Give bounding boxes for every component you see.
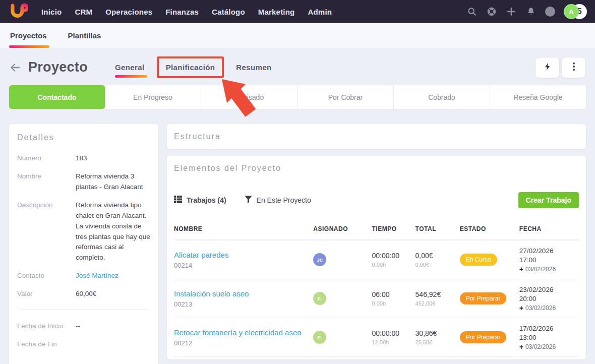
active-tab-underline — [9, 45, 49, 48]
detail-row-descripcion: Descripción Reforma vivienda tipo chalet… — [17, 200, 150, 264]
account-avatars[interactable]: 5 A — [564, 4, 587, 19]
work-code: 00212 — [174, 339, 311, 347]
detail-row-nombre: Nombre Reforma vivienda 3 plantas - Gran… — [17, 171, 150, 193]
tab-plantillas-label: Plantillas — [68, 31, 101, 40]
due-date: 23/02/2026 — [519, 285, 577, 294]
col-header-nombre[interactable]: NOMBRE — [174, 220, 313, 240]
nav-item-marketing[interactable]: Marketing — [258, 8, 295, 16]
plus-icon: + — [519, 266, 523, 273]
divider — [18, 310, 149, 310]
plus-icon: + — [519, 305, 523, 312]
estructura-title: Estructura — [174, 132, 221, 141]
nav-item-crm[interactable]: CRM — [75, 8, 92, 16]
tab-proyectos[interactable]: Proyectos — [9, 24, 48, 48]
table-header-row: NOMBRE ASIGNADO TIEMPO TOTAL ESTADO FECH… — [174, 220, 579, 240]
stage-cobrado[interactable]: Cobrado — [394, 85, 490, 109]
nav-item-inicio[interactable]: Inicio — [41, 8, 62, 16]
crear-trabajo-button[interactable]: Crear Trabajo — [518, 192, 579, 208]
stage-por-cobrar[interactable]: Por Cobrar — [298, 85, 394, 109]
page-body: Proyecto General Planificación Resumen — [0, 48, 595, 364]
detail-label: Contacto — [17, 271, 76, 281]
total-sub-value: 25,50€ — [415, 339, 458, 345]
detail-value: -- — [76, 321, 80, 332]
col-header-tiempo[interactable]: TIEMPO — [372, 220, 415, 240]
tab-general[interactable]: General — [108, 57, 152, 77]
stage-contactado[interactable]: Contactado — [9, 85, 105, 109]
stage-resena-google[interactable]: Reseña Google — [490, 85, 586, 109]
quick-actions-button[interactable] — [535, 57, 560, 78]
col-header-fecha[interactable]: FECHA — [519, 220, 579, 240]
estructura-panel[interactable]: Estructura — [167, 124, 586, 149]
elementos-toolbar: Trabajos (4) En Este Proyecto Crear Trab… — [174, 192, 579, 208]
nav-item-operaciones[interactable]: Operaciones — [105, 8, 152, 16]
header-action-buttons — [535, 57, 586, 78]
total-sub-value: 0,00€ — [415, 262, 458, 268]
assignee-avatar[interactable]: JC — [313, 253, 326, 266]
back-arrow-icon[interactable] — [9, 62, 21, 74]
stage-en-progreso[interactable]: En Progreso — [105, 85, 201, 109]
contact-link[interactable]: José Martínez — [76, 271, 118, 281]
col-header-total[interactable]: TOTAL — [415, 220, 460, 240]
table-row: Instalación suelo aseo 00213 F- 06:00 0.… — [174, 279, 579, 318]
time-sub-value: 12.00h — [372, 339, 413, 345]
detail-row-valor: Valor 60,00€ — [17, 289, 150, 299]
add-plus-icon[interactable] — [506, 6, 517, 17]
detail-label: Número — [17, 153, 76, 164]
table-row: Alicatar paredes 00214 JC 00:00:00 0.00h… — [174, 240, 579, 279]
col-header-asignado[interactable]: ASIGNADO — [313, 220, 372, 240]
assignee-avatar[interactable]: F- — [313, 331, 326, 344]
detail-value: Reforma vivienda tipo chalet en Gran Ala… — [76, 200, 150, 264]
plus-icon: + — [519, 343, 523, 350]
search-icon[interactable] — [466, 6, 478, 17]
assignee-avatar[interactable]: F- — [313, 292, 326, 305]
detail-label: Fecha de Fin — [17, 339, 76, 350]
page-header: Proyecto General Planificación Resumen — [0, 48, 595, 83]
lightning-bolt-icon — [543, 62, 552, 73]
topbar-actions: 5 A — [466, 4, 587, 19]
tab-planificacion[interactable]: Planificación — [157, 56, 224, 78]
due-time: 17:00 — [519, 256, 577, 265]
tab-plantillas[interactable]: Plantillas — [67, 24, 102, 48]
nav-item-finanzas[interactable]: Finanzas — [165, 8, 199, 16]
tab-trabajos-label: Trabajos (4) — [187, 196, 226, 204]
time-sub-value: 0.00h — [372, 300, 413, 307]
stage-revisado[interactable]: Revisado — [201, 85, 298, 109]
secondary-avatar[interactable] — [545, 7, 555, 17]
due-date: 27/02/2026 — [519, 247, 577, 256]
filter-en-este-proyecto[interactable]: En Este Proyecto — [245, 196, 311, 205]
work-name-link[interactable]: Alicatar paredes — [174, 250, 311, 260]
help-lifebuoy-icon[interactable] — [486, 6, 497, 17]
funnel-filter-icon — [245, 196, 252, 205]
tab-trabajos[interactable]: Trabajos (4) — [174, 196, 226, 205]
more-options-button[interactable] — [561, 57, 586, 78]
work-code: 00214 — [174, 262, 311, 269]
notifications-bell-icon[interactable] — [525, 6, 537, 17]
work-name-link[interactable]: Instalación suelo aseo — [174, 289, 311, 299]
total-value: 546,92€ — [415, 290, 458, 298]
detail-label: Valor — [17, 289, 76, 299]
status-badge[interactable]: Por Preparar — [460, 292, 507, 305]
detail-row-numero: Número 183 — [17, 153, 150, 164]
details-panel: Detalles Número 183 Nombre Reforma vivie… — [9, 124, 158, 364]
time-value: 00:00:00 — [372, 252, 413, 260]
tab-resumen[interactable]: Resumen — [229, 57, 278, 77]
nav-item-catalogo[interactable]: Catálogo — [212, 8, 245, 16]
work-code: 00213 — [174, 300, 311, 308]
project-view-tabs: General Planificación Resumen — [108, 56, 279, 78]
detail-row-fecha-inicio: Fecha de Inicio -- — [17, 321, 150, 332]
work-name-link[interactable]: Retocar fontanería y electricidad aseo — [174, 328, 311, 338]
col-header-estado[interactable]: ESTADO — [460, 220, 519, 240]
detail-label: Nombre — [17, 171, 76, 193]
app-logo-icon[interactable] — [8, 2, 29, 22]
kebab-menu-icon — [569, 61, 578, 74]
due-time: 20:00 — [519, 294, 577, 304]
time-value: 06:00 — [372, 290, 413, 298]
due-date: 17/02/2026 — [519, 324, 577, 333]
status-badge[interactable]: Por Preparar — [460, 331, 507, 343]
detail-row-contacto: Contacto José Martínez — [17, 271, 150, 281]
time-value: 00:00:00 — [372, 329, 413, 337]
status-badge[interactable]: En Curso — [460, 254, 497, 266]
top-navigation-bar: Inicio CRM Operaciones Finanzas Catálogo… — [0, 0, 595, 23]
nav-item-admin[interactable]: Admin — [308, 8, 332, 16]
time-sub-value: 0.00h — [372, 262, 413, 268]
